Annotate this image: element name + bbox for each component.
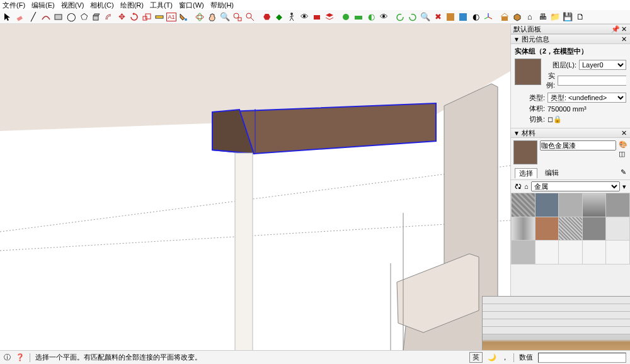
current-material-swatch[interactable] xyxy=(513,140,537,164)
arc-tool-icon[interactable] xyxy=(40,11,52,23)
material-category-select[interactable]: 金属 xyxy=(531,181,620,191)
mat-menu-icon[interactable]: ▾ xyxy=(622,183,626,191)
mat-home-icon[interactable]: ⌂ xyxy=(524,183,529,190)
style1-icon[interactable] xyxy=(445,11,456,23)
scene-thumbnail-strip[interactable] xyxy=(482,296,630,350)
style3-icon[interactable]: ◐ xyxy=(470,11,481,23)
menu-draw[interactable]: 绘图(R) xyxy=(120,1,144,10)
material-swatch[interactable] xyxy=(583,193,606,217)
instance-input[interactable] xyxy=(558,76,626,86)
type-select[interactable]: 类型: <undefined> xyxy=(547,93,626,103)
rotate-tool-icon[interactable] xyxy=(129,11,140,23)
eyedropper-icon[interactable]: ✎ xyxy=(621,168,626,178)
material-swatch[interactable] xyxy=(559,193,582,217)
3d-viewport[interactable] xyxy=(0,24,510,351)
menu-tools[interactable]: 工具(T) xyxy=(150,1,173,10)
value-input[interactable] xyxy=(538,353,626,363)
mat-back-icon[interactable]: 🗘 xyxy=(515,183,522,190)
zoom-tool-2-icon[interactable]: 🔍 xyxy=(420,11,431,23)
position-camera-icon[interactable]: ✖ xyxy=(432,11,444,23)
fog-icon[interactable] xyxy=(353,11,364,23)
menu-camera[interactable]: 相机(C) xyxy=(90,1,113,10)
rectangle-tool-icon[interactable] xyxy=(53,11,64,23)
select-tool-icon[interactable] xyxy=(3,11,14,23)
orbit-tool-icon[interactable] xyxy=(194,11,205,23)
menu-help[interactable]: 帮助(H) xyxy=(210,1,234,10)
material-swatch[interactable] xyxy=(606,217,629,241)
panel-pin-icon[interactable]: 📌 xyxy=(611,25,619,33)
entity-info-header[interactable]: ▼ 图元信息 ✕ xyxy=(511,34,630,44)
open-icon[interactable]: 📁 xyxy=(549,11,561,23)
info-icon[interactable]: ⓘ xyxy=(4,353,11,362)
default-material-icon[interactable]: ◫ xyxy=(619,150,627,158)
material-swatch[interactable] xyxy=(559,217,582,241)
default-panel-header[interactable]: 默认面板 📌 ✕ xyxy=(511,24,630,34)
menu-file[interactable]: 文件(F) xyxy=(3,1,25,10)
material-nav: 🗘 ⌂ 金属 ▾ xyxy=(511,180,630,193)
look-tool-icon[interactable]: 👁 xyxy=(299,11,310,23)
circle-tool-icon[interactable]: ◯ xyxy=(66,11,77,23)
tab-select[interactable]: 选择 xyxy=(515,168,537,178)
material-swatch[interactable] xyxy=(583,217,606,241)
warehouse-icon[interactable] xyxy=(499,11,510,23)
svg-point-6 xyxy=(185,18,187,21)
menu-window[interactable]: 窗口(W) xyxy=(179,1,204,10)
ime-comma-icon[interactable]: ， xyxy=(501,353,508,362)
axes-icon[interactable] xyxy=(483,11,494,23)
eraser-tool-icon[interactable] xyxy=(15,11,26,23)
help-icon[interactable]: ❓ xyxy=(16,353,25,361)
camera-iso-icon[interactable]: ◆ xyxy=(273,11,285,23)
xray-icon[interactable]: ◐ xyxy=(365,11,377,23)
zoom-extents-icon[interactable] xyxy=(244,11,256,23)
component-icon[interactable] xyxy=(512,11,523,23)
redo-view-icon[interactable] xyxy=(407,11,418,23)
undo-view-icon[interactable] xyxy=(394,11,406,23)
back-edges-icon[interactable]: 👁 xyxy=(378,11,389,23)
entity-material-swatch[interactable] xyxy=(515,59,541,85)
toggle-hidden-icon[interactable]: ◻ xyxy=(547,115,553,123)
pushpull-tool-icon[interactable] xyxy=(91,11,102,23)
tape-tool-icon[interactable] xyxy=(154,11,165,23)
material-swatch[interactable] xyxy=(512,193,535,217)
line-tool-icon[interactable]: ╱ xyxy=(28,11,39,23)
text-tool-icon[interactable]: A1 xyxy=(166,13,176,21)
material-swatch[interactable] xyxy=(606,193,629,217)
material-name-input[interactable] xyxy=(540,140,616,151)
polygon-tool-icon[interactable]: ⬠ xyxy=(78,11,89,23)
zoom-window-icon[interactable] xyxy=(232,11,243,23)
home-icon[interactable]: ⌂ xyxy=(524,11,536,23)
create-material-icon[interactable]: 🎨 xyxy=(619,140,627,149)
save-icon[interactable]: 💾 xyxy=(562,11,573,23)
panel-close-icon[interactable]: ✕ xyxy=(620,25,627,33)
material-swatch[interactable] xyxy=(512,217,535,241)
menu-view[interactable]: 视图(V) xyxy=(61,1,84,10)
layers-icon[interactable] xyxy=(324,11,335,23)
shadows-icon[interactable] xyxy=(340,11,352,23)
material-swatch[interactable] xyxy=(536,193,559,217)
menu-edit[interactable]: 编辑(E) xyxy=(32,1,55,10)
new-icon[interactable]: 🗋 xyxy=(575,11,586,23)
toggle-lock-icon[interactable]: 🔒 xyxy=(553,115,562,123)
ime-language[interactable]: 英 xyxy=(469,352,483,363)
materials-close-icon[interactable]: ✕ xyxy=(620,129,627,137)
move-tool-icon[interactable]: ✥ xyxy=(116,11,127,23)
walk-tool-icon[interactable] xyxy=(286,11,297,23)
style2-icon[interactable] xyxy=(457,11,469,23)
section-tool-icon[interactable] xyxy=(311,11,323,23)
print-icon[interactable]: 🖶 xyxy=(537,11,548,23)
status-bar: ⓘ ❓ 选择一个平面。有匹配颜料的全部连接的平面将改变。 英 🌙 ， 数值 xyxy=(0,350,630,364)
scale-tool-icon[interactable] xyxy=(141,11,152,23)
material-swatch[interactable] xyxy=(512,241,535,264)
camera-standard-icon[interactable]: ⬣ xyxy=(261,11,272,23)
paint-tool-icon[interactable] xyxy=(178,11,189,23)
materials-header[interactable]: ▼ 材料 ✕ xyxy=(511,128,630,138)
offset-tool-icon[interactable] xyxy=(103,11,115,23)
tab-edit[interactable]: 编辑 xyxy=(541,168,563,178)
material-tabs: 选择 编辑 ✎ xyxy=(511,167,630,180)
ime-moon-icon[interactable]: 🌙 xyxy=(488,353,496,361)
entity-info-close-icon[interactable]: ✕ xyxy=(620,35,627,43)
layer-select[interactable]: Layer0 xyxy=(579,60,626,70)
material-swatch[interactable] xyxy=(536,217,559,241)
pan-tool-icon[interactable] xyxy=(207,11,218,23)
zoom-tool-icon[interactable]: 🔍 xyxy=(219,11,231,23)
